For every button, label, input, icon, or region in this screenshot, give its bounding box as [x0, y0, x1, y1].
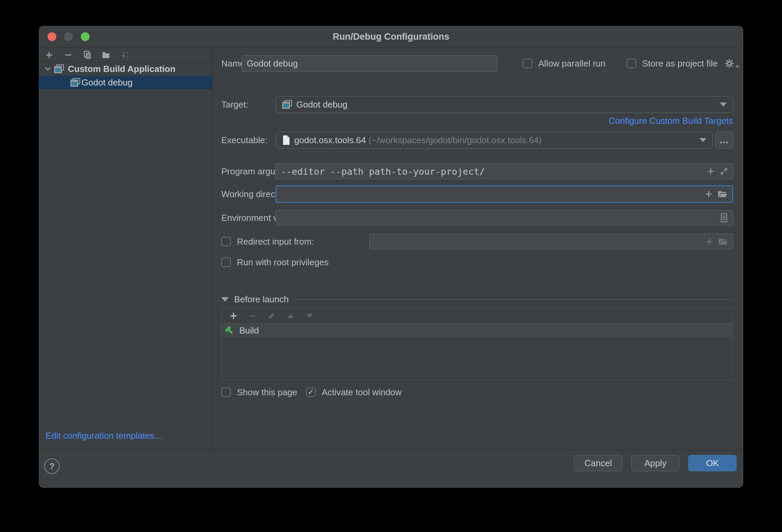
configure-custom-build-targets-link[interactable]: Configure Custom Build Targets: [609, 116, 733, 126]
allow-parallel-run-checkbox[interactable]: [523, 59, 532, 68]
executable-combobox[interactable]: godot.osx.tools.64 (~/workspaces/godot/b…: [276, 132, 713, 149]
title-bar: Run/Debug Configurations: [39, 26, 743, 48]
chevron-down-icon[interactable]: [43, 64, 53, 73]
move-task-down-icon[interactable]: [305, 311, 314, 320]
show-this-page-checkbox[interactable]: [221, 387, 231, 397]
sidebar-toolbar: a z: [39, 48, 212, 62]
before-launch-toolbar: [222, 308, 733, 324]
browse-executable-button[interactable]: ...: [715, 132, 733, 149]
add-path-icon[interactable]: [705, 190, 712, 198]
svg-text:a: a: [126, 51, 129, 55]
edit-variables-icon[interactable]: [720, 213, 728, 223]
help-button[interactable]: ?: [44, 458, 60, 474]
open-folder-icon[interactable]: [719, 238, 728, 246]
application-icon: [53, 64, 65, 73]
tree-item-godot-debug[interactable]: Godot debug: [39, 76, 212, 89]
store-as-project-file-checkbox[interactable]: [627, 59, 636, 68]
new-folder-icon[interactable]: [102, 51, 111, 59]
open-folder-icon[interactable]: [718, 190, 727, 198]
apply-button[interactable]: Apply: [631, 455, 679, 471]
redirect-input-field[interactable]: [369, 234, 733, 249]
activate-tool-window-label: Activate tool window: [322, 387, 402, 398]
store-as-project-file-label: Store as project file: [642, 58, 718, 69]
run-debug-configurations-dialog: Run/Debug Configurations: [39, 26, 743, 488]
remove-configuration-icon[interactable]: [64, 51, 73, 59]
configurations-sidebar: a z Custom Build Application: [39, 48, 212, 450]
copy-configuration-icon[interactable]: [83, 51, 92, 59]
allow-parallel-run-label: Allow parallel run: [538, 58, 606, 69]
configuration-form: Name: Allow parallel run Store as projec…: [212, 48, 743, 450]
program-arguments-field[interactable]: --editor --path path-to-your-project/: [276, 164, 733, 179]
build-hammer-icon: [224, 325, 235, 336]
tree-item-label: Godot debug: [81, 77, 132, 88]
edit-task-icon[interactable]: [267, 311, 276, 320]
remove-task-icon[interactable]: [248, 311, 257, 320]
before-launch-task-build[interactable]: Build: [222, 324, 733, 337]
working-directory-field[interactable]: [276, 185, 733, 203]
collapse-before-launch-icon[interactable]: [221, 297, 229, 302]
file-icon: [282, 135, 290, 145]
name-input[interactable]: [242, 55, 498, 72]
tree-group-custom-build-application[interactable]: Custom Build Application: [39, 62, 212, 76]
checkmark-icon: ✓: [308, 388, 314, 397]
before-launch-task-label: Build: [239, 325, 259, 336]
svg-text:z: z: [126, 55, 128, 59]
sort-configurations-icon[interactable]: a z: [121, 51, 130, 59]
executable-value: godot.osx.tools.64: [294, 135, 366, 146]
show-this-page-label: Show this page: [237, 387, 297, 398]
add-path-icon[interactable]: [706, 238, 713, 245]
cancel-button[interactable]: Cancel: [574, 455, 622, 471]
application-icon: [282, 100, 292, 109]
executable-dropdown-arrow-icon[interactable]: [700, 138, 706, 142]
add-configuration-icon[interactable]: [45, 51, 54, 59]
gear-dropdown-arrow-icon: [736, 65, 740, 68]
program-arguments-value: --editor --path path-to-your-project/: [281, 166, 485, 177]
executable-path: (~/workspaces/godot/bin/godot.osx.tools.…: [369, 135, 541, 146]
target-value: Godot debug: [296, 99, 347, 110]
before-launch-panel: Build: [221, 308, 733, 381]
dialog-title: Run/Debug Configurations: [39, 26, 743, 48]
tree-group-label: Custom Build Application: [68, 64, 175, 74]
expand-field-icon[interactable]: [720, 167, 728, 175]
add-task-icon[interactable]: [229, 311, 238, 320]
target-label: Target:: [221, 99, 248, 110]
activate-tool-window-checkbox[interactable]: ✓: [306, 387, 316, 397]
section-divider: [294, 299, 734, 300]
target-dropdown-arrow-icon[interactable]: [720, 102, 727, 107]
environment-variables-field[interactable]: [276, 210, 733, 226]
root-privileges-label: Run with root privileges: [237, 257, 329, 268]
store-options-gear-icon[interactable]: [724, 58, 740, 69]
target-combobox[interactable]: Godot debug: [276, 96, 733, 113]
edit-configuration-templates-link[interactable]: Edit configuration templates…: [45, 431, 163, 441]
executable-label: Executable:: [221, 135, 267, 146]
redirect-input-checkbox[interactable]: [221, 237, 231, 246]
add-argument-icon[interactable]: [707, 168, 714, 175]
dialog-footer: ? Cancel Apply OK: [39, 450, 743, 488]
application-icon: [69, 78, 81, 87]
move-task-up-icon[interactable]: [286, 311, 295, 320]
root-privileges-checkbox[interactable]: [221, 258, 231, 267]
ok-button[interactable]: OK: [688, 455, 737, 471]
redirect-input-label: Redirect input from:: [237, 236, 314, 247]
before-launch-label: Before launch: [234, 294, 288, 305]
